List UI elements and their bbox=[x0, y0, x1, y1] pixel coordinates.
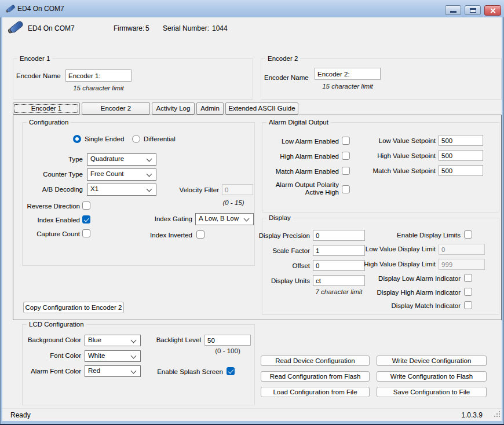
app-window: ED4 On COM7 ED4 On COM7 Firmware: 5 Seri… bbox=[0, 0, 504, 425]
device-icon bbox=[8, 20, 25, 36]
reverse-direction-label: Reverse Direction bbox=[27, 203, 80, 210]
firmware-label: Firmware: bbox=[114, 24, 144, 32]
maximize-button[interactable] bbox=[465, 5, 481, 15]
close-button[interactable] bbox=[484, 5, 501, 16]
single-ended-label: Single Ended bbox=[85, 135, 124, 142]
read-device-configuration-button[interactable]: Read Device Configuration bbox=[261, 356, 370, 366]
capture-count-checkbox[interactable] bbox=[82, 229, 90, 237]
alarm-polarity-label-line2: Active High bbox=[305, 189, 339, 196]
alarm-font-color-label: Alarm Font Color bbox=[31, 368, 81, 375]
index-gating-combobox[interactable]: A Low, B Low bbox=[195, 213, 254, 225]
type-combobox[interactable]: Quadrature bbox=[87, 153, 156, 166]
capture-count-label: Capture Count bbox=[36, 230, 80, 237]
low-display-limit-input bbox=[439, 244, 485, 255]
index-inverted-checkbox[interactable] bbox=[196, 230, 204, 239]
copy-configuration-button[interactable]: Copy Configuration to Encoder 2 bbox=[23, 302, 124, 313]
save-configuration-to-file-button[interactable]: Save Configuration to File bbox=[377, 387, 487, 397]
backlight-level-hint: (0 - 100) bbox=[204, 347, 251, 354]
background-color-label: Background Color bbox=[28, 336, 81, 343]
high-setpoint-input[interactable] bbox=[439, 150, 483, 161]
alarm-polarity-checkbox[interactable] bbox=[342, 185, 350, 193]
match-setpoint-input[interactable] bbox=[439, 165, 483, 176]
firmware-value: 5 bbox=[145, 24, 149, 32]
index-enabled-label: Index Enabled bbox=[37, 217, 80, 224]
write-configuration-to-flash-button[interactable]: Write Configuration to Flash bbox=[377, 371, 487, 382]
high-alarm-enabled-label: High Alarm Enabled bbox=[280, 153, 339, 160]
display-precision-label: Display Precision bbox=[259, 232, 310, 239]
low-setpoint-label: Low Value Setpoint bbox=[379, 137, 436, 144]
index-enabled-checkbox[interactable] bbox=[82, 215, 90, 224]
encoder2-name-label: Encoder Name bbox=[264, 74, 309, 81]
high-setpoint-label: High Value Setpoint bbox=[377, 152, 436, 159]
match-alarm-enabled-label: Match Alarm Enabled bbox=[276, 168, 339, 175]
load-configuration-from-file-button[interactable]: Load Configuration from File bbox=[261, 387, 370, 397]
backlight-level-input[interactable] bbox=[204, 335, 251, 346]
minimize-icon bbox=[450, 11, 456, 13]
high-display-limit-label: High Value Display Limit bbox=[364, 261, 436, 268]
minimize-button[interactable] bbox=[445, 5, 461, 15]
tab-admin[interactable]: Admin bbox=[196, 102, 224, 115]
tab-encoder2-configuration[interactable]: Encoder 2 Configuration bbox=[82, 102, 150, 115]
display-units-input[interactable] bbox=[313, 275, 365, 286]
encoder2-name-input[interactable] bbox=[315, 68, 381, 80]
velocity-filter-input bbox=[222, 184, 253, 195]
counter-type-label: Counter Type bbox=[43, 171, 83, 178]
differential-label: Differential bbox=[144, 135, 176, 142]
tab-extended-ascii-guide[interactable]: Extended ASCII Guide bbox=[225, 102, 298, 115]
counter-type-combobox[interactable]: Free Count bbox=[87, 168, 156, 181]
low-display-limit-label: Low Value Display Limit bbox=[366, 246, 436, 252]
configuration-group-title: Configuration bbox=[27, 119, 71, 126]
reverse-direction-checkbox[interactable] bbox=[82, 201, 90, 210]
window-title: ED4 On COM7 bbox=[17, 5, 64, 13]
encoder1-group-title: Encoder 1 bbox=[17, 55, 52, 62]
low-alarm-enabled-label: Low Alarm Enabled bbox=[282, 138, 339, 145]
backlight-level-label: Backlight Level bbox=[156, 336, 201, 343]
enable-splash-screen-label: Enable Splash Screen bbox=[157, 368, 223, 375]
display-high-alarm-indicator-label: Display High Alarm Indicator bbox=[377, 289, 461, 296]
encoder1-name-label: Encoder Name bbox=[16, 72, 61, 79]
display-high-alarm-indicator-checkbox[interactable] bbox=[464, 288, 472, 296]
display-low-alarm-indicator-checkbox[interactable] bbox=[464, 274, 472, 282]
enable-display-limits-checkbox[interactable] bbox=[464, 230, 472, 239]
enable-display-limits-label: Enable Display Limits bbox=[397, 232, 461, 239]
display-group-title: Display bbox=[266, 214, 293, 221]
low-alarm-enabled-checkbox[interactable] bbox=[342, 137, 350, 145]
differential-radio[interactable] bbox=[132, 135, 140, 143]
ab-decoding-combobox[interactable]: X1 bbox=[87, 184, 156, 196]
resize-grip[interactable] bbox=[499, 411, 500, 412]
match-setpoint-label: Match Value Setpoint bbox=[373, 167, 436, 174]
serial-number-value: 1044 bbox=[212, 24, 228, 32]
offset-input[interactable] bbox=[313, 260, 365, 271]
tab-activity-log[interactable]: Activity Log bbox=[152, 102, 195, 115]
encoder1-limit-hint: 15 character limit bbox=[58, 85, 139, 91]
display-match-indicator-label: Display Match Indicator bbox=[391, 302, 461, 309]
alarm-polarity-label-line1: Alarm Output Polarity bbox=[276, 181, 339, 188]
offset-label: Offset bbox=[293, 262, 310, 269]
device-name: ED4 On COM7 bbox=[28, 24, 75, 32]
display-precision-input[interactable] bbox=[313, 230, 365, 241]
read-configuration-from-flash-button[interactable]: Read Configuration from Flash bbox=[261, 371, 370, 382]
serial-number-label: Serial Number: bbox=[163, 24, 209, 32]
velocity-filter-hint: (0 - 15) bbox=[213, 199, 254, 206]
background-color-combobox[interactable]: Blue bbox=[85, 335, 141, 346]
scale-factor-input[interactable] bbox=[313, 245, 365, 256]
tab-encoder1-configuration[interactable]: Encoder 1 Configuration bbox=[13, 102, 80, 115]
display-low-alarm-indicator-label: Display Low Alarm Indicator bbox=[378, 275, 461, 282]
display-units-hint: 7 character limit bbox=[313, 288, 365, 295]
low-setpoint-input[interactable] bbox=[439, 135, 483, 146]
enable-splash-screen-checkbox[interactable] bbox=[227, 367, 235, 375]
match-alarm-enabled-checkbox[interactable] bbox=[342, 167, 350, 175]
font-color-combobox[interactable]: White bbox=[85, 350, 141, 362]
encoder1-name-input[interactable] bbox=[65, 69, 132, 82]
write-device-configuration-button[interactable]: Write Device Configuration bbox=[377, 356, 487, 366]
title-bar[interactable]: ED4 On COM7 bbox=[0, 0, 504, 17]
single-ended-radio[interactable] bbox=[73, 135, 81, 143]
lcd-configuration-group-title: LCD Configuration bbox=[27, 321, 86, 328]
alarm-font-color-combobox[interactable]: Red bbox=[85, 365, 141, 377]
scale-factor-label: Scale Factor bbox=[272, 247, 310, 254]
high-alarm-enabled-checkbox[interactable] bbox=[342, 152, 350, 160]
font-color-label: Font Color bbox=[50, 352, 81, 359]
display-match-indicator-checkbox[interactable] bbox=[464, 301, 472, 309]
high-display-limit-input bbox=[439, 259, 485, 270]
status-bar: Ready 1.0.3.9 bbox=[2, 408, 502, 421]
